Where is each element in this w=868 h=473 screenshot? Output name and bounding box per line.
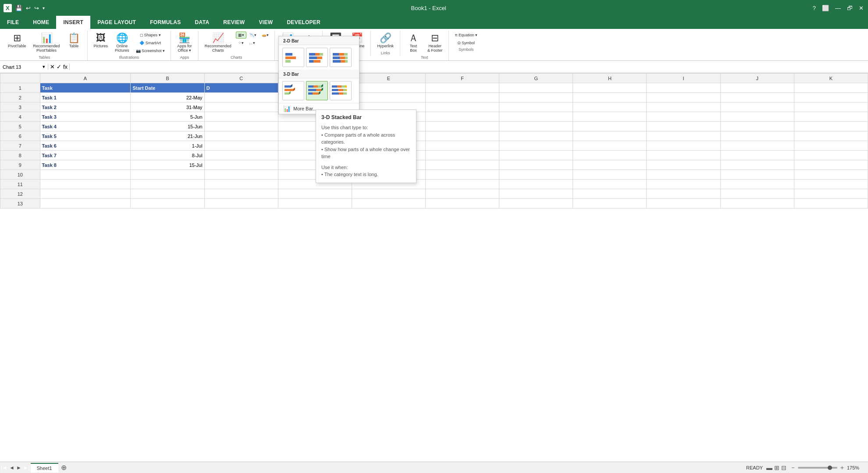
apps-for-office-button[interactable]: 🏪 Apps forOffice ▾ xyxy=(174,32,195,54)
cell-K6[interactable] xyxy=(794,131,868,141)
cell-G2[interactable] xyxy=(499,93,573,102)
page-layout-view-button[interactable]: ⊞ xyxy=(774,464,779,471)
formula-input[interactable] xyxy=(70,64,868,70)
cell-G10[interactable] xyxy=(499,170,573,180)
cell-D12[interactable] xyxy=(278,189,352,199)
confirm-formula-button[interactable]: ✓ xyxy=(57,64,61,70)
cell-F9[interactable] xyxy=(426,160,499,170)
cell-J12[interactable] xyxy=(720,189,794,199)
cell-K12[interactable] xyxy=(794,189,868,199)
close-button[interactable]: ✕ xyxy=(858,4,864,12)
cell-I9[interactable] xyxy=(647,160,720,170)
cell-E12[interactable] xyxy=(352,189,425,199)
cell-A11[interactable] xyxy=(40,180,131,189)
screenshot-button[interactable]: 📷 Screenshot ▾ xyxy=(134,47,167,54)
cell-B3[interactable]: 31-May xyxy=(131,102,204,112)
cell-B5[interactable]: 15-Jun xyxy=(131,122,204,131)
minimize-button[interactable]: — xyxy=(834,4,842,12)
cell-D13[interactable] xyxy=(278,199,352,208)
symbol-button[interactable]: Ω Symbol xyxy=(452,39,480,46)
cell-C11[interactable] xyxy=(204,180,278,189)
cell-I1[interactable] xyxy=(647,83,720,93)
cell-F5[interactable] xyxy=(426,122,499,131)
col-header-I[interactable]: I xyxy=(647,74,720,83)
header-footer-button[interactable]: ⊟ Header& Footer xyxy=(425,32,445,54)
tab-page-layout[interactable]: PAGE LAYOUT xyxy=(90,16,143,29)
cell-A2[interactable]: Task 1 xyxy=(40,93,131,102)
cell-K8[interactable] xyxy=(794,151,868,160)
cell-G5[interactable] xyxy=(499,122,573,131)
3d-clustered-bar-button[interactable] xyxy=(282,81,304,100)
sheet-nav-first[interactable]: |◄ xyxy=(0,464,8,472)
cell-H8[interactable] xyxy=(573,151,647,160)
cell-K7[interactable] xyxy=(794,141,868,151)
cell-F10[interactable] xyxy=(426,170,499,180)
cell-G8[interactable] xyxy=(499,151,573,160)
col-header-F[interactable]: F xyxy=(426,74,499,83)
cell-I13[interactable] xyxy=(647,199,720,208)
cell-C1[interactable]: D xyxy=(204,83,278,93)
cell-I6[interactable] xyxy=(647,131,720,141)
cell-C3[interactable] xyxy=(204,102,278,112)
sheet-nav-last[interactable]: ►| xyxy=(22,464,31,472)
3d-100percent-bar-button[interactable] xyxy=(330,81,352,100)
scatter-chart-button[interactable]: ⁘▾ xyxy=(236,39,246,46)
cell-H6[interactable] xyxy=(573,131,647,141)
smartart-button[interactable]: 🔷 SmartArt xyxy=(134,39,167,46)
cell-H12[interactable] xyxy=(573,189,647,199)
cell-H1[interactable] xyxy=(573,83,647,93)
cell-K5[interactable] xyxy=(794,122,868,131)
2d-clustered-bar-button[interactable] xyxy=(282,48,304,67)
insert-function-button[interactable]: fx xyxy=(63,64,68,70)
cell-B6[interactable]: 21-Jun xyxy=(131,131,204,141)
customize-quick-access-button[interactable]: ▾ xyxy=(42,5,46,11)
cell-K13[interactable] xyxy=(794,199,868,208)
col-header-E[interactable]: E xyxy=(352,74,425,83)
tab-insert[interactable]: INSERT xyxy=(56,16,90,29)
cell-G6[interactable] xyxy=(499,131,573,141)
cell-A8[interactable]: Task 7 xyxy=(40,151,131,160)
cell-H2[interactable] xyxy=(573,93,647,102)
cell-K11[interactable] xyxy=(794,180,868,189)
cell-B4[interactable]: 5-Jun xyxy=(131,112,204,122)
cell-K4[interactable] xyxy=(794,112,868,122)
cell-H4[interactable] xyxy=(573,112,647,122)
cell-H7[interactable] xyxy=(573,141,647,151)
cell-B2[interactable]: 22-May xyxy=(131,93,204,102)
cell-F13[interactable] xyxy=(426,199,499,208)
online-pictures-button[interactable]: 🌐 OnlinePictures xyxy=(112,32,132,54)
cell-A12[interactable] xyxy=(40,189,131,199)
cell-J8[interactable] xyxy=(720,151,794,160)
cell-B7[interactable]: 1-Jul xyxy=(131,141,204,151)
cell-G1[interactable] xyxy=(499,83,573,93)
cell-C2[interactable] xyxy=(204,93,278,102)
cell-I11[interactable] xyxy=(647,180,720,189)
tab-view[interactable]: VIEW xyxy=(252,16,280,29)
cell-I4[interactable] xyxy=(647,112,720,122)
sheet-nav-prev[interactable]: ◄ xyxy=(8,464,15,472)
cell-F7[interactable] xyxy=(426,141,499,151)
pictures-button[interactable]: 🖼 Pictures xyxy=(91,32,111,50)
help-button[interactable]: ? xyxy=(812,4,817,12)
cell-C13[interactable] xyxy=(204,199,278,208)
cell-I2[interactable] xyxy=(647,93,720,102)
cell-F6[interactable] xyxy=(426,131,499,141)
redo-button[interactable]: ↪ xyxy=(33,4,40,12)
undo-button[interactable]: ↩ xyxy=(25,4,32,12)
cell-A3[interactable]: Task 2 xyxy=(40,102,131,112)
cell-A9[interactable]: Task 8 xyxy=(40,160,131,170)
cell-J7[interactable] xyxy=(720,141,794,151)
cell-H9[interactable] xyxy=(573,160,647,170)
cell-C10[interactable] xyxy=(204,170,278,180)
col-header-J[interactable]: J xyxy=(720,74,794,83)
cell-K9[interactable] xyxy=(794,160,868,170)
col-header-A[interactable]: A xyxy=(40,74,131,83)
sheet1-tab[interactable]: Sheet1 xyxy=(31,463,58,473)
cell-G13[interactable] xyxy=(499,199,573,208)
cell-C9[interactable] xyxy=(204,160,278,170)
cancel-formula-button[interactable]: ✕ xyxy=(50,64,55,70)
cell-C12[interactable] xyxy=(204,189,278,199)
cell-I3[interactable] xyxy=(647,102,720,112)
cell-G12[interactable] xyxy=(499,189,573,199)
cell-H5[interactable] xyxy=(573,122,647,131)
